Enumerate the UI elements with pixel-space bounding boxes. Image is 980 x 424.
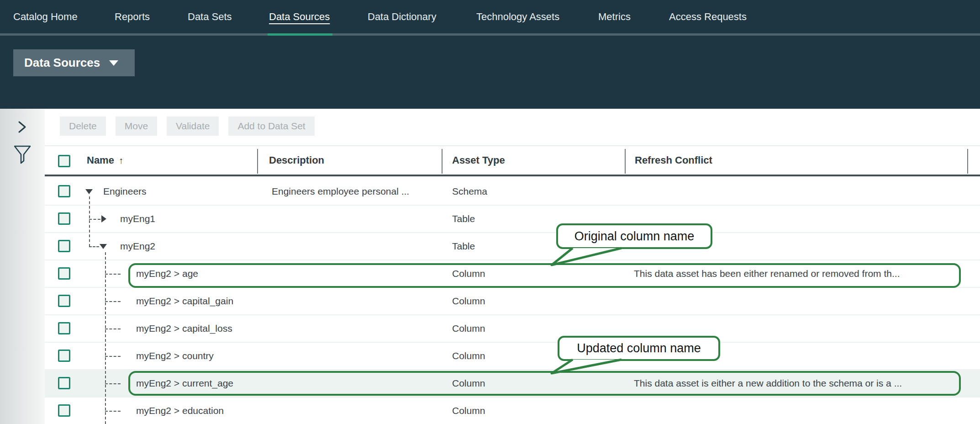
asset-name[interactable]: Engineers [103,186,147,197]
validate-button[interactable]: Validate [167,117,219,136]
nav-tab-label: Data Sources [269,11,330,23]
row-checkbox[interactable] [58,350,70,362]
tree-line [105,411,121,412]
row-checkbox[interactable] [58,377,70,389]
table-row: myEng2 Table [45,233,980,260]
column-header-name[interactable]: Name↑ [87,154,123,166]
filter-icon[interactable] [13,144,32,164]
delete-button[interactable]: Delete [60,117,106,136]
row-checkbox[interactable] [58,322,70,334]
column-header-label: Name [87,154,114,166]
column-divider [625,149,626,174]
asset-type: Column [452,350,485,361]
select-all-checkbox[interactable] [58,155,70,167]
nav-tab-label: Technology Assets [476,11,559,23]
nav-tab-data-dictionary[interactable]: Data Dictionary [368,0,436,33]
asset-type: Table [452,213,475,224]
tree-line [105,356,121,357]
table-row: myEng2 > country Column [45,343,980,370]
row-checkbox[interactable] [58,212,70,225]
asset-type: Table [452,241,475,252]
nav-tab-reports[interactable]: Reports [115,0,150,33]
tree-line [89,246,99,247]
caret-right-icon[interactable] [101,215,106,223]
nav-tab-metrics[interactable]: Metrics [598,0,631,33]
row-checkbox[interactable] [58,185,70,197]
caret-down-icon [109,60,118,66]
asset-type: Column [452,405,485,416]
asset-name[interactable]: myEng1 [120,213,155,224]
refresh-conflict-message: This data asset is either a new addition… [634,378,902,389]
tree-line [105,252,106,424]
column-header-description[interactable]: Description [269,154,324,166]
bulk-actions-toolbar: Delete Move Validate Add to Data Set [60,117,315,136]
asset-name[interactable]: myEng2 > capital_gain [136,296,233,307]
view-selector-button[interactable]: Data Sources [13,49,135,76]
asset-name[interactable]: myEng2 [120,241,155,252]
refresh-conflict-message: This data asset has been either renamed … [634,268,900,279]
column-header-refresh-conflict[interactable]: Refresh Conflict [635,154,712,166]
tree-line [105,301,121,302]
asset-type: Column [452,268,485,279]
row-checkbox[interactable] [58,404,70,417]
table-body: Engineers Engineers employee personal ..… [45,178,980,424]
view-selector-label: Data Sources [24,56,100,70]
left-panel [0,109,45,424]
active-tab-indicator [268,33,332,36]
row-checkbox[interactable] [58,267,70,280]
callout-original-column-name: Original column name [556,223,712,249]
nav-tab-catalog-home[interactable]: Catalog Home [13,0,78,33]
nav-tab-label: Metrics [598,11,631,23]
asset-type: Column [452,378,485,389]
nav-tab-data-sources[interactable]: Data Sources [269,0,330,33]
asset-type: Column [452,323,485,334]
asset-name[interactable]: myEng2 > capital_loss [136,323,232,334]
column-header-asset-type[interactable]: Asset Type [452,154,505,166]
tree-line [105,383,121,384]
caret-down-icon[interactable] [100,244,107,249]
app-window: Catalog Home Reports Data Sets Data Sour… [0,0,980,424]
row-checkbox[interactable] [58,295,70,307]
table-row: myEng1 Table [45,206,980,233]
asset-name[interactable]: myEng2 > current_age [136,378,233,389]
callout-updated-column-name: Updated column name [558,336,720,361]
table-row: myEng2 > capital_gain Column [45,288,980,315]
asset-name[interactable]: myEng2 > education [136,405,224,416]
tree-line [89,219,100,220]
caret-down-icon[interactable] [85,189,93,194]
column-divider [257,149,258,174]
nav-tab-data-sets[interactable]: Data Sets [188,0,232,33]
asset-description: Engineers employee personal ... [272,186,409,197]
nav-tab-label: Access Requests [669,11,747,23]
move-button[interactable]: Move [116,117,157,136]
content-area: Delete Move Validate Add to Data Set Nam… [45,109,980,424]
table-row: myEng2 > education Column [45,398,980,424]
add-to-data-set-button[interactable]: Add to Data Set [228,117,314,136]
nav-tab-technology-assets[interactable]: Technology Assets [476,0,559,33]
table-row: Engineers Engineers employee personal ..… [45,178,980,206]
tree-line [89,196,90,247]
nav-tab-label: Catalog Home [13,11,78,23]
tree-line [105,329,121,329]
top-nav: Catalog Home Reports Data Sets Data Sour… [0,0,980,36]
column-divider [967,149,968,174]
nav-tab-access-requests[interactable]: Access Requests [669,0,747,33]
sort-ascending-icon[interactable]: ↑ [119,155,123,165]
nav-tab-label: Reports [115,11,150,23]
expand-panel-icon[interactable] [16,120,28,134]
table-row: myEng2 > age Column This data asset has … [45,260,980,288]
asset-name[interactable]: myEng2 > country [136,350,214,361]
table-row: myEng2 > current_age Column This data as… [45,370,980,398]
asset-type: Column [452,296,485,307]
asset-type: Schema [452,186,487,197]
table-header-row: Name↑ Description Asset Type Refresh Con… [45,145,980,176]
page-header: Data Sources View for displaying all dat… [0,36,980,109]
row-checkbox[interactable] [58,240,70,252]
column-divider [442,149,443,174]
nav-tab-label: Data Sets [188,11,232,23]
asset-name[interactable]: myEng2 > age [136,268,198,279]
nav-tab-label: Data Dictionary [368,11,436,23]
table-row: myEng2 > capital_loss Column [45,315,980,343]
tree-line [105,274,121,275]
